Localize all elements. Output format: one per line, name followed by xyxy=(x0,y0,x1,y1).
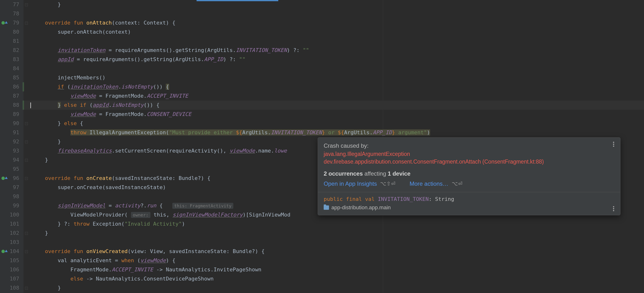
override-gutter-icon[interactable] xyxy=(2,177,5,180)
line-number[interactable]: 107 xyxy=(0,274,19,283)
folder-icon xyxy=(324,205,329,210)
line-number[interactable]: 93 xyxy=(0,146,19,155)
fold-icon[interactable] xyxy=(25,22,28,25)
line-number[interactable]: 78 xyxy=(0,9,19,18)
fold-icon[interactable] xyxy=(25,177,28,180)
line-number[interactable]: 88 xyxy=(0,101,19,110)
line-number[interactable]: 87 xyxy=(0,91,19,101)
shortcut-hint: ⌥⏎ xyxy=(452,181,462,187)
code-area[interactable]: } override fun onAttach(context: Context… xyxy=(24,0,644,293)
line-number[interactable]: 82 xyxy=(0,46,19,55)
shortcut-hint: ⌥⇧⏎ xyxy=(380,181,396,187)
line-number[interactable]: 77 xyxy=(0,0,19,9)
vcs-change-marker[interactable] xyxy=(22,82,24,91)
line-number[interactable]: 85 xyxy=(0,73,19,82)
line-number[interactable]: 80 xyxy=(0,28,19,37)
line-number[interactable]: 106 xyxy=(0,265,19,274)
line-number[interactable]: 95 xyxy=(0,165,19,174)
line-number[interactable]: 97 xyxy=(0,183,19,192)
crash-insight-popup: Crash caused by: java.lang.IllegalArgume… xyxy=(318,137,620,215)
line-number[interactable]: 84 xyxy=(0,64,19,73)
fold-icon[interactable] xyxy=(25,159,28,162)
vcs-change-marker[interactable] xyxy=(22,101,24,110)
line-number[interactable]: 98 xyxy=(0,192,19,201)
fold-icon[interactable] xyxy=(25,140,28,143)
line-number[interactable]: 104 xyxy=(0,247,19,256)
crash-title: Crash caused by: xyxy=(324,142,614,149)
declaration-signature: public final val INVITATION_TOKEN: Strin… xyxy=(324,192,614,203)
line-number[interactable]: 102 xyxy=(0,228,19,238)
override-gutter-icon[interactable] xyxy=(2,250,5,253)
line-number[interactable]: 100 xyxy=(0,210,19,219)
line-number[interactable]: 92 xyxy=(0,137,19,146)
caret xyxy=(30,103,31,108)
line-number[interactable]: 94 xyxy=(0,155,19,165)
line-number[interactable]: 91 xyxy=(0,128,19,137)
line-number[interactable]: 83 xyxy=(0,55,19,64)
line-number[interactable]: 103 xyxy=(0,238,19,247)
line-number[interactable]: 108 xyxy=(0,283,19,292)
gutter: 77 78 79 80 81 82 83 84 85 86 87 88 89 9… xyxy=(0,0,24,293)
open-app-insights-link[interactable]: Open in App Insights xyxy=(324,180,377,187)
line-number[interactable]: 101 xyxy=(0,219,19,228)
crash-stats: 2 occurrences affecting 1 device xyxy=(324,170,614,177)
line-number[interactable]: 79 xyxy=(0,18,19,28)
inlay-hint: owner: xyxy=(131,212,150,218)
line-number[interactable]: 89 xyxy=(0,110,19,119)
line-number[interactable]: 81 xyxy=(0,37,19,46)
crash-exception: java.lang.IllegalArgumentException xyxy=(324,150,614,158)
fold-icon[interactable] xyxy=(25,250,28,253)
fold-icon[interactable] xyxy=(25,232,28,235)
fold-icon[interactable] xyxy=(25,3,28,6)
declaration-module: app-distribution.app.main xyxy=(324,203,614,215)
more-menu-icon[interactable] xyxy=(610,141,616,147)
more-menu-icon[interactable] xyxy=(610,205,616,211)
fold-icon[interactable] xyxy=(25,122,28,125)
line-number[interactable]: 86 xyxy=(0,82,19,91)
inlay-hint: this: FragmentActivity xyxy=(172,203,233,209)
line-number[interactable]: 90 xyxy=(0,119,19,128)
fold-icon[interactable] xyxy=(25,287,28,290)
line-number[interactable]: 105 xyxy=(0,256,19,265)
override-gutter-icon[interactable] xyxy=(2,21,5,25)
crash-location: dev.firebase.appdistribution.consent.Con… xyxy=(324,158,614,165)
line-number[interactable]: 96 xyxy=(0,174,19,183)
more-actions-link[interactable]: More actions… xyxy=(410,180,448,187)
code-editor: 77 78 79 80 81 82 83 84 85 86 87 88 89 9… xyxy=(0,0,644,293)
line-number[interactable]: 99 xyxy=(0,201,19,210)
